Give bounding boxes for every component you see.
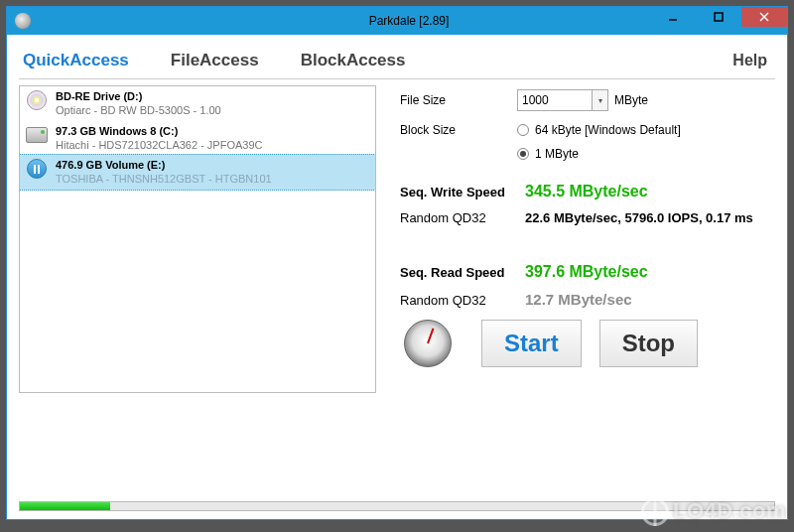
random-read-label: Random QD32 [400, 293, 525, 308]
drive-subtitle: Optiarc - BD RW BD-5300S - 1.00 [56, 103, 221, 117]
random-write-value: 22.6 MByte/sec, 5796.0 IOPS, 0.17 ms [525, 210, 753, 225]
gauge-icon [404, 320, 452, 367]
app-icon [15, 13, 31, 29]
seq-write-label: Seq. Write Speed [400, 185, 525, 200]
close-button[interactable] [741, 7, 787, 27]
settings-panel: File Size ▾ MByte Block Size 64 kByte [W… [392, 85, 775, 489]
drive-subtitle: Hitachi - HDS721032CLA362 - JPFOA39C [56, 138, 262, 152]
radio-checked-icon [517, 148, 529, 160]
random-write-label: Random QD32 [400, 210, 525, 225]
app-window: Parkdale [2.89] QuickAccess FileAccess B… [6, 6, 788, 520]
start-button[interactable]: Start [481, 320, 582, 367]
drive-title: 476.9 GB Volume (E:) [56, 158, 272, 172]
svg-rect-1 [715, 13, 723, 21]
drive-title: BD-RE Drive (D:) [56, 89, 221, 103]
progress-bar [19, 501, 775, 511]
radio-icon [517, 124, 529, 136]
optical-disc-icon [26, 89, 48, 111]
drive-subtitle: TOSHIBA - THNSNH512GBST - HTGBN101 [56, 172, 272, 186]
seq-read-value: 397.6 MByte/sec [525, 263, 648, 281]
filesize-unit: MByte [614, 93, 648, 107]
progress-fill [20, 502, 110, 510]
pause-icon [26, 158, 48, 180]
blocksize-option-1m[interactable]: 1 MByte [517, 147, 681, 161]
drive-item[interactable]: BD-RE Drive (D:) Optiarc - BD RW BD-5300… [20, 86, 375, 121]
blocksize-option-64k[interactable]: 64 kByte [Windows Default] [517, 123, 681, 137]
main-panel: BD-RE Drive (D:) Optiarc - BD RW BD-5300… [19, 79, 775, 489]
stop-button[interactable]: Stop [599, 320, 698, 367]
tab-bar: QuickAccess FileAccess BlockAccess Help [19, 45, 775, 79]
maximize-button[interactable] [696, 7, 741, 27]
radio-label: 1 MByte [535, 147, 579, 161]
titlebar: Parkdale [2.89] [7, 7, 787, 35]
tab-help[interactable]: Help [732, 52, 767, 69]
drive-item[interactable]: 97.3 GB Windows 8 (C:) Hitachi - HDS7210… [20, 121, 375, 156]
seq-read-label: Seq. Read Speed [400, 265, 525, 280]
hdd-icon [26, 124, 48, 146]
drive-list[interactable]: BD-RE Drive (D:) Optiarc - BD RW BD-5300… [19, 85, 376, 393]
tab-quickaccess[interactable]: QuickAccess [23, 51, 129, 70]
content-area: QuickAccess FileAccess BlockAccess Help … [7, 35, 787, 519]
radio-label: 64 kByte [Windows Default] [535, 123, 681, 137]
seq-write-value: 345.5 MByte/sec [525, 183, 648, 200]
tab-blockaccess[interactable]: BlockAccess [301, 51, 406, 70]
window-controls [650, 7, 787, 27]
tab-fileaccess[interactable]: FileAccess [171, 51, 259, 70]
filesize-label: File Size [400, 93, 517, 107]
drive-item-selected[interactable]: 476.9 GB Volume (E:) TOSHIBA - THNSNH512… [19, 154, 376, 191]
filesize-input[interactable] [517, 89, 593, 111]
drive-title: 97.3 GB Windows 8 (C:) [56, 124, 262, 138]
random-read-value: 12.7 MByte/sec [525, 291, 632, 308]
blocksize-label: Block Size [400, 123, 517, 137]
minimize-button[interactable] [650, 7, 696, 27]
filesize-dropdown-button[interactable]: ▾ [593, 89, 608, 111]
